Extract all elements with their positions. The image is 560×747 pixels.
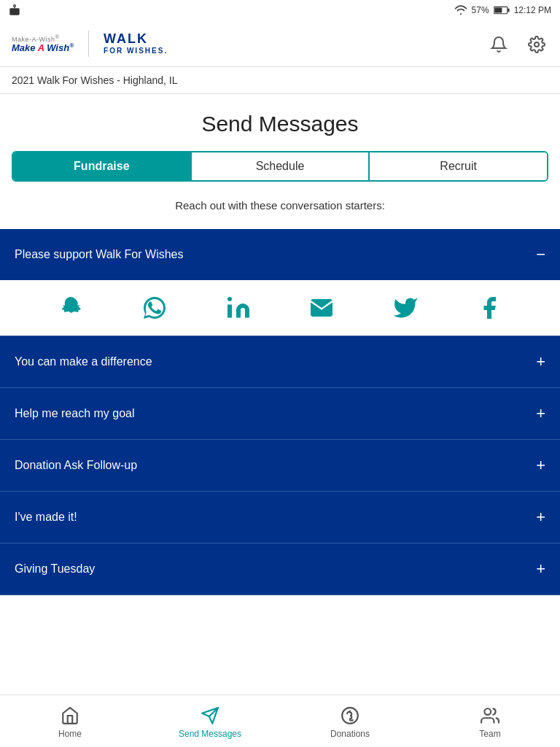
- email-button[interactable]: [308, 295, 335, 321]
- svg-rect-0: [9, 8, 19, 15]
- accordion-item-goal: Help me reach my goal +: [0, 388, 560, 440]
- svg-rect-3: [508, 9, 509, 12]
- accordion-container: Please support Walk For Wishes −: [0, 229, 560, 595]
- battery-level: 57%: [472, 5, 489, 15]
- nav-team-label: Team: [479, 729, 500, 739]
- accordion-label-followup: Donation Ask Follow-up: [15, 459, 137, 472]
- accordion-label-difference: You can make a difference: [15, 355, 152, 368]
- accordion-header-followup[interactable]: Donation Ask Follow-up +: [0, 440, 560, 491]
- accordion-label-goal: Help me reach my goal: [15, 407, 135, 420]
- share-icons-row: [0, 280, 560, 336]
- header-icons: [487, 31, 548, 55]
- accordion-icon-followup: +: [536, 456, 545, 475]
- nav-send-messages[interactable]: Send Messages: [140, 697, 280, 745]
- twitter-button[interactable]: [392, 295, 419, 321]
- status-icon: [9, 4, 20, 16]
- nav-home[interactable]: Home: [0, 697, 140, 745]
- status-bar: 57% 12:12 PM: [0, 0, 560, 20]
- tab-schedule[interactable]: Schedule: [192, 152, 370, 180]
- facebook-button[interactable]: [476, 295, 502, 321]
- accordion-header-giving-tuesday[interactable]: Giving Tuesday +: [0, 543, 560, 595]
- send-messages-icon: [201, 703, 219, 726]
- linkedin-button[interactable]: [225, 295, 252, 321]
- page-title: Send Messages: [0, 94, 560, 151]
- tab-recruit[interactable]: Recruit: [370, 152, 547, 180]
- accordion-icon-made-it: +: [536, 508, 545, 527]
- accordion-label-support: Please support Walk For Wishes: [15, 248, 183, 261]
- accordion-label-made-it: I've made it!: [15, 511, 77, 524]
- nav-home-label: Home: [58, 729, 82, 739]
- logo-divider: [88, 31, 89, 57]
- tab-fundraise[interactable]: Fundraise: [13, 152, 192, 180]
- accordion-icon-support: −: [536, 245, 545, 264]
- nav-send-messages-label: Send Messages: [179, 729, 241, 739]
- team-icon: [481, 703, 499, 726]
- event-name: 2021 Walk For Wishes - Highland, IL: [12, 74, 177, 86]
- svg-point-11: [484, 708, 491, 715]
- accordion-icon-giving-tuesday: +: [536, 560, 545, 578]
- accordion-item-difference: You can make a difference +: [0, 336, 560, 388]
- nav-team[interactable]: Team: [420, 697, 560, 745]
- home-icon: [61, 703, 79, 726]
- accordion-item-made-it: I've made it! +: [0, 492, 560, 543]
- svg-rect-4: [494, 7, 502, 12]
- accordion-icon-goal: +: [536, 404, 545, 423]
- accordion-header-difference[interactable]: You can make a difference +: [0, 336, 560, 387]
- whatsapp-button[interactable]: [141, 295, 168, 321]
- svg-point-7: [228, 297, 232, 301]
- accordion-icon-difference: +: [536, 352, 545, 371]
- header: Make-A-Wish® Make A Wish® WALK FOR WISHE…: [0, 20, 560, 67]
- nav-donations-label: Donations: [330, 729, 370, 739]
- accordion-item-giving-tuesday: Giving Tuesday +: [0, 543, 560, 595]
- svg-point-1: [14, 5, 16, 7]
- settings-button[interactable]: [525, 31, 548, 55]
- svg-rect-6: [228, 305, 232, 318]
- svg-point-5: [534, 42, 539, 47]
- walk-for-wishes-logo: WALK FOR WISHES.: [104, 32, 168, 55]
- accordion-label-giving-tuesday: Giving Tuesday: [15, 562, 95, 576]
- nav-donations[interactable]: Donations: [280, 697, 420, 745]
- accordion-header-made-it[interactable]: I've made it! +: [0, 492, 560, 543]
- sub-header: 2021 Walk For Wishes - Highland, IL: [0, 67, 560, 94]
- status-right: 57% 12:12 PM: [454, 5, 551, 15]
- accordion-header-goal[interactable]: Help me reach my goal +: [0, 388, 560, 439]
- subtitle: Reach out with these conversation starte…: [0, 182, 560, 223]
- accordion-item-support: Please support Walk For Wishes −: [0, 229, 560, 336]
- time: 12:12 PM: [514, 5, 551, 15]
- tab-bar: Fundraise Schedule Recruit: [12, 151, 548, 182]
- notification-button[interactable]: [487, 31, 510, 55]
- logo-area: Make-A-Wish® Make A Wish® WALK FOR WISHE…: [12, 31, 168, 57]
- snapchat-button[interactable]: [58, 295, 84, 321]
- bottom-nav: Home Send Messages Donations: [0, 694, 560, 747]
- accordion-item-followup: Donation Ask Follow-up +: [0, 440, 560, 492]
- accordion-header-support[interactable]: Please support Walk For Wishes −: [0, 229, 560, 280]
- donations-icon: [341, 703, 359, 726]
